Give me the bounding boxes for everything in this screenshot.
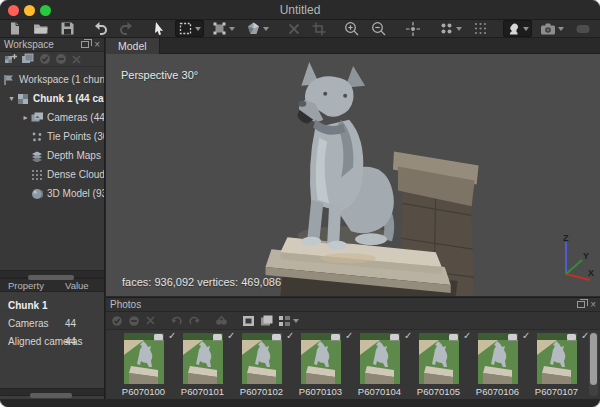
dense-cloud-view-button[interactable] (470, 20, 491, 37)
tree-item-chunk[interactable]: ▾ Chunk 1 (44 cameras, 30,639 points) (0, 89, 104, 108)
expander-open-icon[interactable]: ▾ (6, 94, 17, 103)
chevron-down-icon[interactable] (229, 27, 235, 31)
add-photos-icon[interactable] (21, 53, 35, 65)
remove-camera-icon[interactable] (145, 315, 156, 326)
photo-strip: ✓ P6070100 (106, 330, 600, 399)
open-project-button[interactable] (30, 20, 52, 37)
select-arrow-button[interactable] (149, 20, 170, 37)
add-chunk-icon[interactable] (4, 53, 17, 65)
photo-thumbnail[interactable]: ✓ (124, 333, 164, 384)
property-table: Chunk 1 Cameras 44 Aligned cameras 44 (0, 292, 104, 388)
remove-item-icon[interactable] (71, 54, 82, 65)
window-bottom-edge (0, 399, 600, 407)
rotate-right-icon[interactable] (188, 315, 201, 327)
photo-item[interactable]: ✓ P6070105 (409, 330, 468, 399)
expander-closed-icon[interactable]: ▸ (20, 113, 31, 122)
model-3d-render[interactable] (248, 54, 518, 296)
float-panel-icon[interactable] (577, 301, 585, 308)
point-cloud-view-button[interactable] (436, 20, 465, 37)
measure-button[interactable] (572, 20, 594, 37)
photos-vertical-scrollbar[interactable] (589, 332, 598, 396)
model-view-button[interactable] (503, 20, 532, 37)
photo-thumbnail[interactable]: ✓ (242, 333, 282, 384)
photo-item[interactable]: ✓ P6070100 (114, 330, 173, 399)
zoom-in-icon (344, 21, 360, 37)
photo-item[interactable]: ✓ P6070104 (350, 330, 409, 399)
property-table-header: Property Value (0, 278, 104, 292)
camera-icon (540, 22, 556, 36)
photo-thumbnail[interactable]: ✓ (478, 333, 518, 384)
chevron-down-icon[interactable] (195, 27, 201, 31)
main-toolbar (0, 20, 600, 38)
photo-item[interactable]: ✓ P6070101 (173, 330, 232, 399)
show-images-icon[interactable] (260, 315, 273, 327)
show-masks-icon[interactable] (242, 315, 255, 327)
chevron-down-icon[interactable] (523, 27, 529, 31)
tree-item-tie-points[interactable]: Tie Points (30,639 points) (0, 127, 104, 146)
photo-thumbnail[interactable]: ✓ (419, 333, 459, 384)
model-viewport[interactable]: Perspective 30° (106, 54, 600, 296)
disable-item-icon[interactable] (55, 53, 67, 65)
table-row[interactable]: Chunk 1 (0, 296, 104, 314)
photo-label: P6070107 (527, 386, 586, 397)
chevron-down-icon[interactable] (263, 27, 269, 31)
photo-label: P6070106 (468, 386, 527, 397)
chevron-down-icon[interactable] (293, 319, 299, 323)
rotate-left-icon[interactable] (170, 315, 183, 327)
redo-button[interactable] (116, 20, 137, 37)
reset-view-button[interactable] (402, 20, 424, 37)
tree-item-workspace[interactable]: Workspace (1 chunks, 44 cameras) (0, 70, 104, 89)
undo-button[interactable] (90, 20, 111, 37)
view-mode-button[interactable] (278, 315, 299, 327)
photo-thumbnail[interactable]: ✓ (183, 333, 223, 384)
redo-icon (119, 21, 134, 36)
resize-region-button[interactable] (209, 20, 238, 37)
disable-camera-icon[interactable] (128, 315, 140, 327)
crop-selection-button[interactable] (309, 20, 329, 37)
tie-points-icon (31, 131, 45, 143)
workspace-horizontal-scrollbar[interactable] (0, 270, 104, 278)
zoom-out-button[interactable] (368, 20, 390, 37)
photo-item[interactable]: ✓ P6070102 (232, 330, 291, 399)
view-mode-grid-icon (278, 315, 291, 327)
float-panel-icon[interactable] (81, 41, 89, 48)
tree-item-dense-cloud[interactable]: Dense Cloud (4,751,106 points) (0, 165, 104, 184)
new-document-button[interactable] (4, 20, 25, 37)
zoom-in-button[interactable] (341, 20, 363, 37)
chevron-down-icon[interactable] (456, 27, 462, 31)
close-panel-icon[interactable]: × (94, 40, 100, 50)
delete-selection-button[interactable] (284, 20, 304, 37)
table-row[interactable]: Cameras 44 (0, 314, 104, 332)
axis-y-label: Y (583, 251, 589, 261)
photo-item[interactable]: ✓ P6070103 (291, 330, 350, 399)
filter-photos-icon[interactable] (215, 315, 228, 327)
measure-icon (575, 22, 591, 36)
enable-camera-icon[interactable] (111, 315, 123, 327)
tab-model[interactable]: Model (106, 38, 160, 54)
rotate-region-button[interactable] (243, 20, 272, 37)
photo-item[interactable]: ✓ P6070106 (468, 330, 527, 399)
enable-item-icon[interactable] (39, 53, 51, 65)
photo-thumbnail[interactable]: ✓ (537, 333, 577, 384)
delete-x-icon (287, 22, 301, 36)
close-panel-icon[interactable]: × (590, 300, 596, 310)
rectangle-selection-button[interactable] (175, 20, 204, 37)
photos-panel-header: Photos × (106, 298, 600, 312)
tree-item-depth-maps[interactable]: Depth Maps (44, High quality) (0, 146, 104, 165)
photo-item[interactable]: ✓ P6070107 (527, 330, 586, 399)
photo-thumbnail[interactable]: ✓ (301, 333, 341, 384)
table-row[interactable]: Aligned cameras 44 (0, 332, 104, 350)
workspace-panel-header: Workspace × (0, 38, 104, 52)
tree-item-cameras[interactable]: ▸ Cameras (44/44 aligned) (0, 108, 104, 127)
photo-thumbnail[interactable]: ✓ (360, 333, 400, 384)
show-cameras-button[interactable] (537, 20, 567, 37)
photos-toolbar (106, 312, 600, 330)
save-project-button[interactable] (57, 20, 78, 37)
property-horizontal-scrollbar[interactable] (0, 388, 104, 396)
photo-label: P6070102 (232, 386, 291, 397)
workspace-tree: Workspace (1 chunks, 44 cameras) ▾ Chunk… (0, 67, 104, 270)
chunk-icon (17, 93, 31, 105)
chevron-down-icon[interactable] (558, 27, 564, 31)
camera-badge-icon (272, 334, 281, 341)
tree-item-3d-model[interactable]: 3D Model (936,092 faces) (0, 184, 104, 203)
